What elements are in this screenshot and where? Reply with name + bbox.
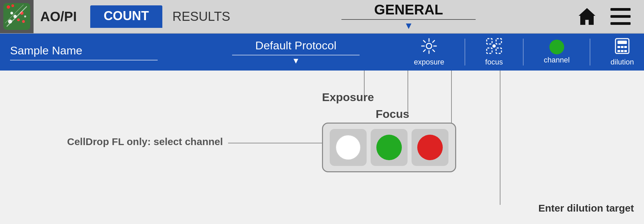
dilution-target-label: Enter dilution target (538, 203, 634, 214)
channel-icon (549, 40, 564, 54)
header-icons (577, 6, 631, 27)
center-title-underline (341, 19, 476, 20)
focus-label: focus (485, 58, 503, 66)
svg-point-5 (22, 20, 25, 23)
svg-line-21 (424, 40, 426, 42)
svg-point-4 (17, 18, 20, 21)
celldrop-connector-line (228, 143, 325, 143)
channel-button[interactable]: channel (544, 40, 570, 64)
dilution-button[interactable]: dilution (610, 38, 634, 66)
svg-rect-33 (621, 46, 624, 48)
svg-rect-13 (610, 8, 631, 11)
center-title-text: GENERAL (240, 2, 577, 18)
channel-white-button[interactable] (330, 129, 367, 166)
center-title-section: GENERAL ▼ (240, 2, 577, 31)
svg-point-7 (24, 15, 26, 17)
svg-point-6 (10, 12, 13, 14)
focus-icon (486, 38, 502, 56)
svg-rect-14 (610, 15, 631, 18)
protocol-dropdown-arrow[interactable]: ▼ (292, 56, 300, 65)
dilution-vertical-line (500, 71, 500, 205)
separator-2 (523, 39, 524, 65)
sample-name-label[interactable]: Sample Name (10, 44, 178, 57)
dilution-icon (615, 38, 630, 56)
focus-button[interactable]: focus (485, 38, 503, 66)
channel-red-circle (417, 135, 443, 160)
tab-results[interactable]: RESULTS (162, 6, 240, 27)
channel-green-button[interactable] (371, 129, 408, 166)
general-dropdown-arrow[interactable]: ▼ (240, 20, 577, 31)
svg-rect-28 (496, 48, 501, 53)
svg-rect-36 (621, 50, 624, 52)
exposure-icon (421, 38, 437, 56)
svg-rect-15 (610, 22, 631, 25)
protocol-section: Default Protocol ▼ (178, 39, 414, 65)
dilution-label: dilution (610, 58, 634, 66)
svg-rect-37 (624, 50, 627, 52)
protocol-underline (232, 55, 360, 55)
exposure-button[interactable]: exposure (414, 38, 444, 66)
separator-1 (465, 39, 465, 65)
celldrop-fl-label: CellDrop FL only: select channel (67, 136, 223, 147)
sample-name-section: Sample Name (10, 44, 178, 60)
top-header: AO/PI COUNT RESULTS GENERAL ▼ (0, 0, 644, 34)
svg-point-11 (11, 4, 14, 7)
app-title: AO/PI (40, 9, 77, 24)
svg-rect-32 (618, 46, 620, 48)
sub-header-icons: exposure focus channel (414, 38, 634, 66)
exposure-content-label: Exposure (322, 91, 374, 104)
svg-rect-31 (618, 41, 627, 44)
channel-green-circle (376, 135, 402, 160)
tab-count[interactable]: COUNT (90, 5, 162, 28)
home-button[interactable] (577, 6, 597, 27)
logo-svg (3, 3, 30, 30)
svg-rect-25 (487, 39, 492, 44)
channel-white-circle (335, 135, 361, 160)
svg-rect-26 (496, 39, 501, 44)
svg-point-29 (492, 44, 496, 48)
svg-line-24 (424, 50, 426, 52)
focus-content-label: Focus (376, 107, 409, 121)
channel-label: channel (544, 56, 570, 64)
channel-selector (322, 123, 456, 172)
main-content: Exposure Focus CellDrop FL only: select … (0, 71, 644, 224)
svg-line-22 (433, 50, 435, 52)
svg-rect-34 (624, 46, 627, 48)
svg-rect-35 (618, 50, 620, 52)
svg-line-23 (433, 40, 435, 42)
sub-header: Sample Name Default Protocol ▼ (0, 34, 644, 71)
channel-red-button[interactable] (412, 129, 448, 166)
svg-rect-27 (487, 48, 492, 53)
svg-point-10 (7, 5, 10, 9)
exposure-label: exposure (414, 58, 444, 66)
svg-point-16 (426, 43, 432, 49)
menu-button[interactable] (610, 8, 631, 25)
sample-name-underline (10, 60, 158, 60)
svg-marker-12 (579, 8, 595, 25)
separator-3 (590, 39, 590, 65)
app-logo (0, 0, 34, 33)
protocol-label[interactable]: Default Protocol (255, 39, 336, 52)
